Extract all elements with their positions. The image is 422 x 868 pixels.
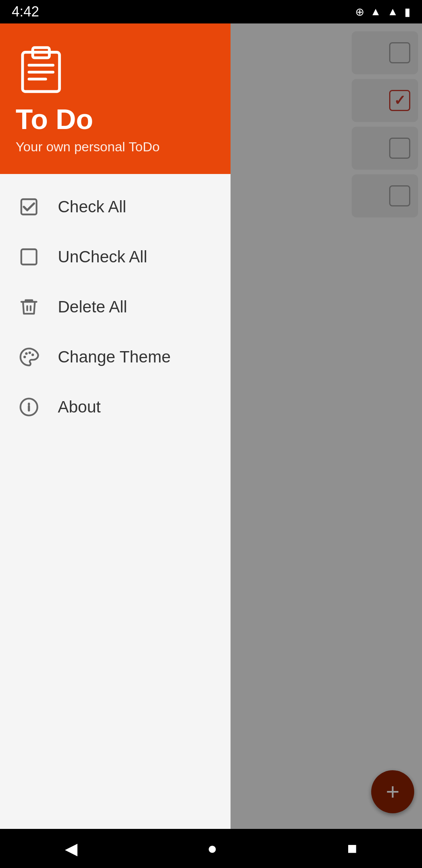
recent-button[interactable]: ■	[347, 839, 357, 858]
trash-icon	[16, 294, 42, 320]
drawer-item-delete-all[interactable]: Delete All	[0, 282, 231, 332]
app-subtitle: Your own personal ToDo	[16, 139, 215, 154]
change-theme-label: Change Theme	[58, 348, 171, 366]
clipboard-icon	[16, 43, 66, 94]
delete-all-label: Delete All	[58, 298, 127, 316]
status-bar: 4:42 ⊕ ▲ ▲ ▮	[0, 0, 422, 23]
palette-icon	[16, 344, 42, 370]
info-icon	[16, 394, 42, 420]
drawer-item-about[interactable]: About	[0, 382, 231, 432]
battery-icon: ▮	[404, 5, 410, 18]
drawer-item-uncheck-all[interactable]: UnCheck All	[0, 232, 231, 282]
svg-point-10	[32, 353, 34, 356]
drawer-menu: Check All UnCheck All Delete All	[0, 174, 231, 829]
svg-point-8	[25, 352, 28, 355]
check-all-label: Check All	[58, 197, 126, 216]
svg-point-7	[23, 356, 26, 359]
drawer-item-change-theme[interactable]: Change Theme	[0, 332, 231, 382]
back-button[interactable]: ◀	[65, 839, 77, 858]
home-button[interactable]: ●	[207, 839, 217, 858]
signal-icon: ▲	[387, 5, 398, 18]
app-title: To Do	[16, 103, 215, 135]
svg-rect-6	[21, 249, 37, 265]
about-label: About	[58, 398, 101, 416]
checkbox-checked-icon	[16, 194, 42, 220]
uncheck-all-label: UnCheck All	[58, 247, 147, 266]
drawer-item-check-all[interactable]: Check All	[0, 182, 231, 232]
status-time: 4:42	[12, 4, 39, 20]
drawer-header: To Do Your own personal ToDo	[0, 23, 231, 174]
svg-point-9	[29, 352, 31, 354]
navigation-bar: ◀ ● ■	[0, 829, 422, 868]
navigation-drawer: To Do Your own personal ToDo Check All U…	[0, 23, 231, 829]
checkbox-unchecked-icon	[16, 244, 42, 270]
notification-icon: ⊕	[355, 5, 364, 18]
wifi-icon: ▲	[370, 5, 381, 18]
status-icons: ⊕ ▲ ▲ ▮	[355, 5, 410, 18]
